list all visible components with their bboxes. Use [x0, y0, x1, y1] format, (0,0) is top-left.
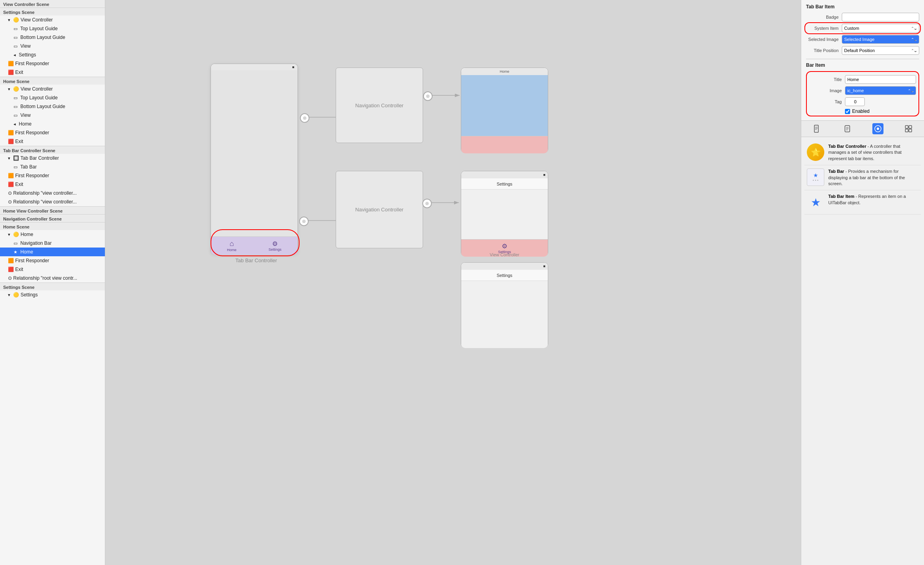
connector-circle-1: ⊗ — [300, 113, 309, 123]
title-field-label: Title — [809, 77, 845, 82]
view-controller-phone: ■ Settings — [461, 262, 548, 348]
desc-tb-text: Tab Bar - Provides a mechanism for displ… — [828, 168, 918, 187]
desc-tbc-text: Tab Bar Controller - A controller that m… — [828, 143, 918, 162]
icon-tab-library[interactable] — [903, 123, 914, 134]
section-tab-bar-controller: Tab Bar Controller Scene — [0, 146, 105, 154]
desc-tab-bar-controller: ⭐ Tab Bar Controller - A controller that… — [804, 140, 921, 165]
title-position-label: Title Position — [806, 48, 842, 53]
descriptions: ⭐ Tab Bar Controller - A controller that… — [801, 137, 924, 565]
home-phone-content — [461, 75, 548, 136]
home-phone: Home — [461, 68, 548, 153]
title-row: Title — [809, 75, 916, 84]
expand-icon: ▾ — [8, 17, 10, 22]
bar-item-title: Bar Item — [806, 62, 919, 68]
section-nav-controller: Navigation Controller Scene — [0, 214, 105, 222]
tree-settings-item[interactable]: ◂ Settings — [0, 50, 105, 59]
tree-view-controller-settings[interactable]: ▾ 🟡 View Controller — [0, 15, 105, 24]
tree-home-item[interactable]: ◂ Home — [0, 120, 105, 128]
bar-item-red-oval: Title Image ic_home ⌃⌄ Tag — [806, 71, 919, 116]
image-field-label: Image — [809, 88, 845, 93]
title-position-row: Title Position Default Position Above Im… — [806, 46, 919, 55]
section-view-controller-scene: View Controller Scene — [0, 0, 105, 8]
home-tab-icon: ⌂ — [230, 240, 234, 248]
vc-phone-label: View Controller — [461, 252, 548, 257]
system-item-row: System Item Custom More Favorites ⌃⌄ — [806, 24, 919, 33]
bar-item-section: Bar Item Title Image ic_home ⌃⌄ — [806, 59, 919, 116]
tree-top-layout-home[interactable]: ▭ Top Layout Guide — [0, 93, 105, 102]
tag-label: Tag — [809, 99, 845, 104]
tbc-tabbar: ⌂ Home ⚙ Settings — [211, 236, 298, 255]
tree-exit-home[interactable]: 🟥 Exit — [0, 137, 105, 146]
tree-tab-bar[interactable]: ▭ Tab Bar — [0, 163, 105, 171]
badge-input[interactable] — [842, 13, 919, 21]
tree-navigation-bar[interactable]: ▭ Navigation Bar — [0, 239, 105, 248]
tree-home-selected[interactable]: ★ Home — [0, 248, 105, 256]
badge-label: Badge — [806, 15, 842, 19]
system-item-select-wrapper: Custom More Favorites ⌃⌄ — [842, 24, 919, 33]
inspector-icon — [844, 125, 851, 133]
connector-circle-4: ⊗ — [422, 199, 432, 208]
tree-home-nav[interactable]: ▾ 🟡 Home — [0, 230, 105, 239]
tree-fr-home-bottom[interactable]: 🟧 First Responder — [0, 256, 105, 265]
image-row: Image ic_home ⌃⌄ — [809, 86, 916, 95]
selected-image-label: Selected Image — [806, 37, 842, 42]
tbc-status-bar: ■ — [211, 64, 298, 70]
tree-view-home[interactable]: ▭ View — [0, 111, 105, 120]
expand-icon-2: ▾ — [8, 87, 10, 91]
tbc-tab-home[interactable]: ⌂ Home — [227, 240, 236, 252]
tag-input[interactable] — [845, 97, 865, 106]
enabled-row: Enabled — [845, 108, 916, 114]
tree-rel-1[interactable]: ⊙ Relationship "view controller... — [0, 189, 105, 197]
tbc-tab-settings[interactable]: ⚙ Settings — [269, 240, 282, 252]
vc-icon-2: 🟡 — [13, 86, 19, 92]
enabled-label: Enabled — [852, 108, 870, 114]
enabled-checkbox[interactable] — [845, 109, 850, 114]
tree-fr-home[interactable]: 🟧 First Responder — [0, 128, 105, 137]
tag-row: Tag — [809, 97, 916, 106]
nav-controller-2: Navigation Controller — [336, 171, 423, 248]
selected-image-select[interactable]: Selected Image — [842, 35, 919, 44]
svg-rect-8 — [814, 125, 818, 132]
icon-tab-file[interactable] — [811, 123, 822, 134]
settings-nav-bar: Settings — [461, 178, 548, 190]
selected-image-row: Selected Image Selected Image ⌃⌄ — [806, 35, 919, 44]
tree-rel-2[interactable]: ⊙ Relationship "view controller... — [0, 197, 105, 206]
desc-tbc-icon: ⭐ — [807, 143, 824, 161]
svg-rect-20 — [905, 129, 908, 132]
desc-tab-bar-item: ★ Tab Bar Item - Represents an item on a… — [804, 190, 921, 215]
image-select[interactable]: ic_home — [845, 86, 916, 95]
library-icon — [905, 125, 912, 133]
desc-tbi-icon: ★ — [807, 193, 824, 211]
settings-status-bar: ■ — [461, 171, 548, 178]
tree-exit-tbc[interactable]: 🟥 Exit — [0, 180, 105, 189]
title-position-select[interactable]: Default Position Above Image Below Image — [842, 46, 919, 55]
title-position-wrapper: Default Position Above Image Below Image… — [842, 46, 919, 55]
tree-exit-settings[interactable]: 🟥 Exit — [0, 68, 105, 77]
tree-bottom-layout[interactable]: ▭ Bottom Layout Guide — [0, 33, 105, 42]
tree-top-layout[interactable]: ▭ Top Layout Guide — [0, 24, 105, 33]
home-tab-label: Home — [227, 248, 236, 252]
tree-first-responder-settings[interactable]: 🟧 First Responder — [0, 59, 105, 68]
tree-view-settings[interactable]: ▭ View — [0, 42, 105, 50]
tree-bottom-layout-home[interactable]: ▭ Bottom Layout Guide — [0, 102, 105, 111]
tree-view-controller-home[interactable]: ▾ 🟡 View Controller — [0, 85, 105, 93]
tree-settings-bottom[interactable]: ▾ 🟡 Settings — [0, 290, 105, 299]
icon-tab-connections[interactable] — [872, 123, 883, 134]
section-home-vc-scene: Home View Controller Scene — [0, 206, 105, 214]
svg-point-17 — [877, 128, 879, 130]
connector-circle-3: ⊗ — [299, 217, 309, 226]
system-item-select[interactable]: Custom More Favorites — [842, 24, 919, 33]
tree-fr-tbc[interactable]: 🟧 First Responder — [0, 171, 105, 180]
icon-tab-inspector[interactable] — [842, 123, 853, 134]
tree-exit-home-bottom[interactable]: 🟥 Exit — [0, 265, 105, 274]
layout-icon: ▭ — [14, 26, 17, 31]
title-field[interactable] — [845, 75, 916, 84]
section-home-scene-bottom: Home Scene — [0, 222, 105, 230]
inspector-section-title: Tab Bar Item — [806, 4, 919, 10]
svg-rect-19 — [909, 126, 912, 128]
vc-nav-bar: Settings — [461, 270, 548, 281]
icon-tabs — [801, 121, 924, 137]
tree-rel-root[interactable]: ⊙ Relationship "root view contr... — [0, 274, 105, 282]
tree-tab-bar-controller[interactable]: ▾ 🔲 Tab Bar Controller — [0, 154, 105, 163]
view-icon: ▭ — [14, 44, 17, 48]
